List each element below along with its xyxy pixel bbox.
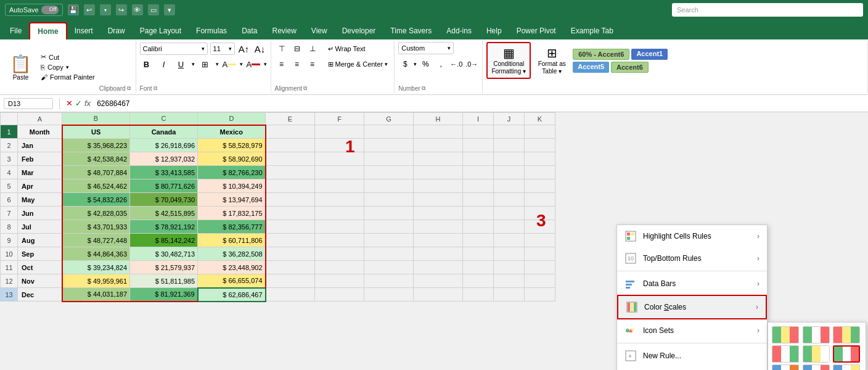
cell-11-mexico[interactable]: $ 23,448,902 bbox=[198, 261, 266, 274]
cell-1-col9[interactable] bbox=[494, 125, 525, 139]
search-box[interactable]: Search bbox=[672, 3, 863, 17]
cell-6-col7[interactable] bbox=[414, 193, 463, 207]
cell-10-col9[interactable] bbox=[494, 247, 525, 261]
increase-font-button[interactable]: A↑ bbox=[237, 42, 251, 56]
cell-11-month[interactable]: Oct bbox=[18, 261, 62, 274]
cell-13-col7[interactable] bbox=[414, 288, 463, 302]
increase-decimal-button[interactable]: .0→ bbox=[465, 57, 478, 71]
font-expand[interactable]: ⧉ bbox=[154, 85, 157, 92]
cell-8-col7[interactable] bbox=[414, 220, 463, 234]
cell-7-col4[interactable] bbox=[266, 207, 315, 220]
cell-12-us[interactable]: $ 49,959,961 bbox=[62, 274, 130, 288]
cs-item-2[interactable] bbox=[803, 326, 830, 343]
cell-3-us[interactable]: $ 42,538,842 bbox=[62, 152, 130, 166]
tab-addins[interactable]: Add-ins bbox=[439, 22, 479, 39]
cs-item-9[interactable] bbox=[833, 364, 860, 370]
style-chip-accent6[interactable]: 60% - Accent6 bbox=[573, 49, 629, 60]
cell-2-col4[interactable] bbox=[266, 139, 315, 152]
cell-13-canada[interactable]: $ 81,921,369 bbox=[130, 288, 198, 302]
cell-2-col5[interactable] bbox=[315, 139, 364, 152]
cell-12-col6[interactable] bbox=[364, 274, 414, 288]
cell-11-col10[interactable] bbox=[525, 261, 555, 274]
left-align-button[interactable]: ≡ bbox=[275, 57, 289, 71]
cell-4-month[interactable]: Mar bbox=[18, 166, 62, 179]
cell-11-col7[interactable] bbox=[414, 261, 463, 274]
wrap-text-button[interactable]: ↵ Wrap Text bbox=[326, 42, 368, 56]
cell-1-c[interactable]: Canada bbox=[130, 125, 198, 139]
cs-item-1[interactable] bbox=[772, 326, 799, 343]
cell-8-col4[interactable] bbox=[266, 220, 315, 234]
cell-10-us[interactable]: $ 44,864,363 bbox=[62, 247, 130, 261]
cell-1-col5[interactable] bbox=[315, 125, 364, 139]
cell-6-mexico[interactable]: $ 13,947,694 bbox=[198, 193, 266, 207]
cell-6-col4[interactable] bbox=[266, 193, 315, 207]
cell-10-canada[interactable]: $ 30,482,713 bbox=[130, 247, 198, 261]
tab-time-savers[interactable]: Time Savers bbox=[383, 22, 439, 39]
tab-power-pivot[interactable]: Power Pivot bbox=[509, 22, 563, 39]
font-color-dropdown[interactable]: ▾ bbox=[264, 61, 267, 67]
center-align-button[interactable]: ≡ bbox=[290, 57, 304, 71]
cell-7-col8[interactable] bbox=[463, 207, 494, 220]
cell-9-col10[interactable] bbox=[525, 234, 555, 247]
cell-2-col7[interactable] bbox=[414, 139, 463, 152]
col-header-c[interactable]: C bbox=[130, 113, 198, 125]
cell-11-col4[interactable] bbox=[266, 261, 315, 274]
cell-4-us[interactable]: $ 48,707,884 bbox=[62, 166, 130, 179]
cell-1-col6[interactable] bbox=[364, 125, 414, 139]
formula-input[interactable] bbox=[94, 98, 864, 109]
col-header-h[interactable]: H bbox=[414, 113, 463, 125]
cell-5-col9[interactable] bbox=[494, 179, 525, 193]
cell-13-col6[interactable] bbox=[364, 288, 414, 302]
cell-3-col7[interactable] bbox=[414, 152, 463, 166]
cell-7-canada[interactable]: $ 42,515,895 bbox=[130, 207, 198, 220]
cell-10-col6[interactable] bbox=[364, 247, 414, 261]
cs-item-5[interactable] bbox=[803, 345, 830, 363]
cell-1-col7[interactable] bbox=[414, 125, 463, 139]
redo-icon[interactable]: ↪ bbox=[116, 4, 127, 15]
cell-9-col9[interactable] bbox=[494, 234, 525, 247]
cell-12-col5[interactable] bbox=[315, 274, 364, 288]
cell-4-col9[interactable] bbox=[494, 166, 525, 179]
menu-item-new-rule[interactable]: + New Rule... bbox=[617, 345, 767, 367]
cell-12-col9[interactable] bbox=[494, 274, 525, 288]
clipboard-expand[interactable]: ⧉ bbox=[127, 85, 131, 92]
save-icon[interactable]: 💾 bbox=[68, 4, 79, 15]
menu-item-icon-sets[interactable]: Icon Sets › bbox=[617, 319, 767, 342]
italic-button[interactable]: I bbox=[157, 57, 171, 71]
menu-item-data-bars[interactable]: Data Bars › bbox=[617, 273, 767, 295]
dollar-dropdown[interactable]: ▾ bbox=[414, 61, 417, 67]
cell-2-col8[interactable] bbox=[463, 139, 494, 152]
cell-7-col9[interactable] bbox=[494, 207, 525, 220]
cell-7-col5[interactable] bbox=[315, 207, 364, 220]
cell-12-col4[interactable] bbox=[266, 274, 315, 288]
cell-13-col4[interactable] bbox=[266, 288, 315, 302]
cell-7-month[interactable]: Jun bbox=[18, 207, 62, 220]
cell-8-col9[interactable] bbox=[494, 220, 525, 234]
cell-10-mexico[interactable]: $ 36,282,508 bbox=[198, 247, 266, 261]
cell-11-col6[interactable] bbox=[364, 261, 414, 274]
cell-2-col9[interactable] bbox=[494, 139, 525, 152]
col-header-b[interactable]: B bbox=[62, 113, 130, 125]
cell-7-mexico[interactable]: $ 17,832,175 bbox=[198, 207, 266, 220]
fx-icon[interactable]: fx bbox=[84, 99, 91, 108]
cell-4-col5[interactable] bbox=[315, 166, 364, 179]
cell-10-col10[interactable] bbox=[525, 247, 555, 261]
cell-3-col4[interactable] bbox=[266, 152, 315, 166]
underline-dropdown[interactable]: ▾ bbox=[192, 61, 195, 67]
cell-13-col8[interactable] bbox=[463, 288, 494, 302]
cell-4-col6[interactable] bbox=[364, 166, 414, 179]
cell-1-d[interactable]: Mexico bbox=[198, 125, 266, 139]
menu-item-highlight-cells[interactable]: Highlight Cells Rules › bbox=[617, 225, 767, 247]
style-chip-accent6b[interactable]: Accent6 bbox=[611, 62, 649, 73]
cell-4-col10[interactable] bbox=[525, 166, 555, 179]
cell-12-col10[interactable] bbox=[525, 274, 555, 288]
conditional-formatting-button[interactable]: ▦ ConditionalFormatting ▾ bbox=[486, 42, 531, 79]
cell-5-col4[interactable] bbox=[266, 179, 315, 193]
tab-insert[interactable]: Insert bbox=[67, 22, 100, 39]
tab-help[interactable]: Help bbox=[479, 22, 509, 39]
cell-2-canada[interactable]: $ 26,918,696 bbox=[130, 139, 198, 152]
cell-6-col10[interactable] bbox=[525, 193, 555, 207]
tab-example[interactable]: Example Tab bbox=[563, 22, 621, 39]
col-header-g[interactable]: G bbox=[364, 113, 414, 125]
cell-5-us[interactable]: $ 46,524,462 bbox=[62, 179, 130, 193]
